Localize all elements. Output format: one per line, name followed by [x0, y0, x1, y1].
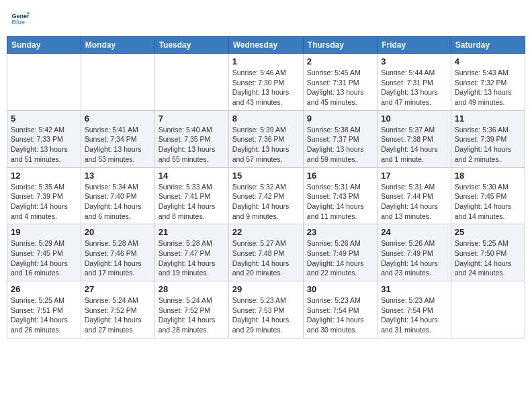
- calendar-cell: 20Sunrise: 5:28 AMSunset: 7:46 PMDayligh…: [81, 224, 154, 281]
- calendar-cell: [154, 54, 228, 111]
- day-info: Sunrise: 5:25 AMSunset: 7:50 PMDaylight:…: [455, 238, 521, 278]
- day-info: Sunrise: 5:40 AMSunset: 7:35 PMDaylight:…: [159, 125, 225, 165]
- day-number: 6: [85, 113, 151, 124]
- day-info: Sunrise: 5:37 AMSunset: 7:38 PMDaylight:…: [381, 125, 447, 165]
- day-info: Sunrise: 5:28 AMSunset: 7:47 PMDaylight:…: [159, 238, 225, 278]
- day-number: 17: [381, 171, 447, 181]
- svg-text:Blue: Blue: [11, 19, 25, 26]
- calendar-cell: 10Sunrise: 5:37 AMSunset: 7:38 PMDayligh…: [378, 110, 451, 167]
- day-number: 29: [232, 284, 300, 294]
- calendar-cell: 19Sunrise: 5:29 AMSunset: 7:45 PMDayligh…: [7, 224, 81, 281]
- weekday-header-wednesday: Wednesday: [228, 37, 303, 54]
- day-info: Sunrise: 5:41 AMSunset: 7:34 PMDaylight:…: [85, 125, 151, 165]
- day-info: Sunrise: 5:28 AMSunset: 7:46 PMDaylight:…: [85, 238, 151, 278]
- day-info: Sunrise: 5:46 AMSunset: 7:30 PMDaylight:…: [232, 68, 300, 107]
- day-number: 20: [85, 227, 151, 237]
- weekday-header-row: SundayMondayTuesdayWednesdayThursdayFrid…: [7, 37, 525, 54]
- calendar-cell: 5Sunrise: 5:42 AMSunset: 7:33 PMDaylight…: [7, 110, 81, 167]
- day-info: Sunrise: 5:42 AMSunset: 7:33 PMDaylight:…: [11, 125, 77, 165]
- day-number: 27: [85, 284, 151, 294]
- calendar-cell: [451, 281, 525, 338]
- calendar-week-row: 1Sunrise: 5:46 AMSunset: 7:30 PMDaylight…: [7, 54, 525, 111]
- day-info: Sunrise: 5:25 AMSunset: 7:51 PMDaylight:…: [11, 295, 77, 335]
- day-info: Sunrise: 5:26 AMSunset: 7:49 PMDaylight:…: [381, 238, 447, 278]
- day-info: Sunrise: 5:39 AMSunset: 7:36 PMDaylight:…: [232, 125, 300, 165]
- day-info: Sunrise: 5:30 AMSunset: 7:45 PMDaylight:…: [455, 182, 521, 222]
- day-number: 15: [232, 171, 300, 181]
- day-info: Sunrise: 5:24 AMSunset: 7:52 PMDaylight:…: [85, 295, 151, 335]
- day-info: Sunrise: 5:45 AMSunset: 7:31 PMDaylight:…: [307, 68, 373, 107]
- calendar-cell: 28Sunrise: 5:24 AMSunset: 7:52 PMDayligh…: [154, 281, 228, 338]
- day-number: 21: [159, 227, 225, 237]
- calendar-cell: 17Sunrise: 5:31 AMSunset: 7:44 PMDayligh…: [378, 167, 451, 224]
- day-info: Sunrise: 5:23 AMSunset: 7:54 PMDaylight:…: [307, 295, 373, 335]
- day-number: 10: [381, 113, 447, 124]
- day-info: Sunrise: 5:24 AMSunset: 7:52 PMDaylight:…: [159, 295, 225, 335]
- calendar-cell: [81, 54, 154, 111]
- calendar-cell: 1Sunrise: 5:46 AMSunset: 7:30 PMDaylight…: [228, 54, 303, 111]
- calendar-cell: 26Sunrise: 5:25 AMSunset: 7:51 PMDayligh…: [7, 281, 81, 338]
- calendar-cell: 30Sunrise: 5:23 AMSunset: 7:54 PMDayligh…: [303, 281, 377, 338]
- weekday-header-tuesday: Tuesday: [154, 37, 228, 54]
- calendar-cell: 11Sunrise: 5:36 AMSunset: 7:39 PMDayligh…: [451, 110, 525, 167]
- calendar-week-row: 5Sunrise: 5:42 AMSunset: 7:33 PMDaylight…: [7, 110, 525, 167]
- day-info: Sunrise: 5:33 AMSunset: 7:41 PMDaylight:…: [159, 182, 225, 222]
- day-number: 24: [381, 227, 447, 237]
- day-number: 14: [159, 171, 225, 181]
- calendar-cell: 9Sunrise: 5:38 AMSunset: 7:37 PMDaylight…: [303, 110, 377, 167]
- day-info: Sunrise: 5:23 AMSunset: 7:53 PMDaylight:…: [232, 295, 300, 335]
- calendar-cell: 16Sunrise: 5:31 AMSunset: 7:43 PMDayligh…: [303, 167, 377, 224]
- calendar-cell: 23Sunrise: 5:26 AMSunset: 7:49 PMDayligh…: [303, 224, 377, 281]
- calendar-cell: 25Sunrise: 5:25 AMSunset: 7:50 PMDayligh…: [451, 224, 525, 281]
- calendar-table: SundayMondayTuesdayWednesdayThursdayFrid…: [7, 36, 525, 338]
- day-info: Sunrise: 5:44 AMSunset: 7:31 PMDaylight:…: [381, 68, 447, 107]
- calendar-cell: 14Sunrise: 5:33 AMSunset: 7:41 PMDayligh…: [154, 167, 228, 224]
- day-info: Sunrise: 5:31 AMSunset: 7:43 PMDaylight:…: [307, 182, 373, 222]
- day-info: Sunrise: 5:29 AMSunset: 7:45 PMDaylight:…: [11, 238, 77, 278]
- weekday-header-saturday: Saturday: [451, 37, 525, 54]
- day-info: Sunrise: 5:32 AMSunset: 7:42 PMDaylight:…: [232, 182, 300, 222]
- day-number: 8: [232, 113, 300, 124]
- day-info: Sunrise: 5:38 AMSunset: 7:37 PMDaylight:…: [307, 125, 373, 165]
- day-number: 25: [455, 227, 521, 237]
- day-number: 23: [307, 227, 373, 237]
- day-number: 3: [381, 56, 447, 66]
- calendar-cell: 24Sunrise: 5:26 AMSunset: 7:49 PMDayligh…: [378, 224, 451, 281]
- calendar-cell: 15Sunrise: 5:32 AMSunset: 7:42 PMDayligh…: [228, 167, 303, 224]
- day-number: 1: [232, 56, 300, 66]
- calendar-cell: 22Sunrise: 5:27 AMSunset: 7:48 PMDayligh…: [228, 224, 303, 281]
- weekday-header-friday: Friday: [378, 37, 451, 54]
- calendar-cell: 12Sunrise: 5:35 AMSunset: 7:39 PMDayligh…: [7, 167, 81, 224]
- day-info: Sunrise: 5:35 AMSunset: 7:39 PMDaylight:…: [11, 182, 77, 222]
- calendar-cell: 18Sunrise: 5:30 AMSunset: 7:45 PMDayligh…: [451, 167, 525, 224]
- day-info: Sunrise: 5:23 AMSunset: 7:54 PMDaylight:…: [381, 295, 447, 335]
- day-number: 19: [11, 227, 77, 237]
- day-info: Sunrise: 5:26 AMSunset: 7:49 PMDaylight:…: [307, 238, 373, 278]
- day-number: 31: [381, 284, 447, 294]
- calendar-cell: 13Sunrise: 5:34 AMSunset: 7:40 PMDayligh…: [81, 167, 154, 224]
- calendar-cell: 6Sunrise: 5:41 AMSunset: 7:34 PMDaylight…: [81, 110, 154, 167]
- calendar-cell: 7Sunrise: 5:40 AMSunset: 7:35 PMDaylight…: [154, 110, 228, 167]
- calendar-week-row: 19Sunrise: 5:29 AMSunset: 7:45 PMDayligh…: [7, 224, 525, 281]
- svg-text:General: General: [11, 13, 30, 19]
- day-number: 9: [307, 113, 373, 124]
- weekday-header-monday: Monday: [81, 37, 154, 54]
- day-number: 26: [11, 284, 77, 294]
- calendar-cell: 8Sunrise: 5:39 AMSunset: 7:36 PMDaylight…: [228, 110, 303, 167]
- day-number: 30: [307, 284, 373, 294]
- day-number: 16: [307, 171, 373, 181]
- page-header: General Blue: [7, 7, 525, 31]
- weekday-header-sunday: Sunday: [7, 37, 81, 54]
- calendar-cell: 31Sunrise: 5:23 AMSunset: 7:54 PMDayligh…: [378, 281, 451, 338]
- calendar-cell: 21Sunrise: 5:28 AMSunset: 7:47 PMDayligh…: [154, 224, 228, 281]
- day-number: 12: [11, 171, 77, 181]
- calendar-week-row: 12Sunrise: 5:35 AMSunset: 7:39 PMDayligh…: [7, 167, 525, 224]
- day-number: 7: [159, 113, 225, 124]
- day-info: Sunrise: 5:36 AMSunset: 7:39 PMDaylight:…: [455, 125, 521, 165]
- day-number: 28: [159, 284, 225, 294]
- day-number: 5: [11, 113, 77, 124]
- logo-icon: General Blue: [11, 9, 30, 28]
- day-info: Sunrise: 5:43 AMSunset: 7:32 PMDaylight:…: [455, 68, 521, 107]
- day-number: 18: [455, 171, 521, 181]
- day-info: Sunrise: 5:27 AMSunset: 7:48 PMDaylight:…: [232, 238, 300, 278]
